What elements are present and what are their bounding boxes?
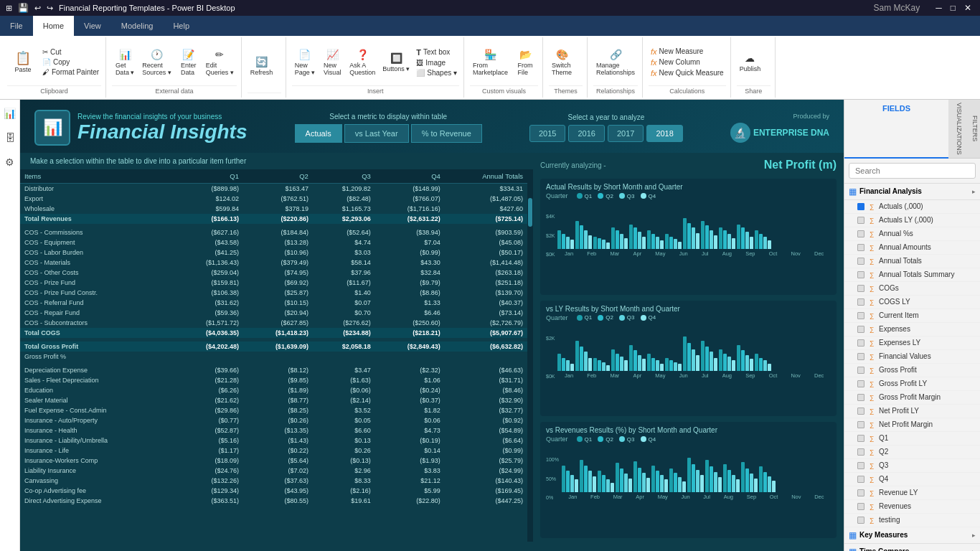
metric-vs-last-year-button[interactable]: vs Last Year <box>344 124 409 143</box>
table-row[interactable]: COS - Subcontractors ($1,571.72) ($627.8… <box>20 318 527 328</box>
copy-button[interactable]: 📄 Copy <box>40 57 101 67</box>
table-row[interactable]: Insurance - Health ($52.87) ($13.35) $6.… <box>20 425 527 435</box>
field-item-0-5[interactable]: ∑ Annual Totals Summary <box>844 268 980 282</box>
table-row[interactable]: Sealer Material ($21.62) ($8.77) ($2.14)… <box>20 395 527 405</box>
redo-icon[interactable]: ↪ <box>47 4 53 13</box>
paste-button[interactable]: 📋 Paste <box>7 50 39 75</box>
edit-queries-button[interactable]: ✏ EditQueries ▾ <box>203 47 237 77</box>
manage-relationships-button[interactable]: 🔗 ManageRelationships <box>593 47 638 77</box>
field-item-0-1[interactable]: ∑ Actuals LY (,000) <box>844 214 980 227</box>
shapes-button[interactable]: ⬜ Shapes ▾ <box>414 68 459 77</box>
table-row[interactable]: Direct Advertising Expense ($363.51) ($8… <box>20 496 527 506</box>
table-row[interactable]: COS - Labor Burden ($41.25) ($10.96) $3.… <box>20 248 527 258</box>
year-2016-button[interactable]: 2016 <box>568 125 604 142</box>
tab-fields[interactable]: FIELDS <box>844 100 948 159</box>
field-item-0-16[interactable]: ∑ Net Profit Margin <box>844 418 980 432</box>
table-row[interactable]: Insurance-Workers Comp ($18.09) ($5.64) … <box>20 456 527 466</box>
field-item-0-6[interactable]: ∑ COGs <box>844 282 980 296</box>
buttons-button[interactable]: 🔲 Buttons ▾ <box>380 51 413 74</box>
maximize-button[interactable]: □ <box>948 3 958 13</box>
table-row[interactable]: COS - Other Costs ($259.04) ($74.95) $37… <box>20 268 527 278</box>
table-row[interactable]: Wholesale $599.84 $378.19 $1,165.73 ($1,… <box>20 204 527 214</box>
switch-theme-button[interactable]: 🎨 SwitchTheme <box>549 47 575 77</box>
field-item-0-0[interactable]: ∑ Actuals (,000) <box>844 200 980 214</box>
get-data-button[interactable]: 📊 GetData ▾ <box>112 47 138 77</box>
table-row[interactable]: Export $124.02 ($762.51) ($82.48) ($766.… <box>20 194 527 204</box>
minimize-button[interactable]: ─ <box>933 3 945 13</box>
field-item-0-9[interactable]: ∑ Expenses <box>844 323 980 336</box>
nav-data-icon[interactable]: 🗄 <box>2 130 18 146</box>
new-measure-button[interactable]: fx New Measure <box>649 47 726 57</box>
metric-actuals-button[interactable]: Actuals <box>295 124 342 143</box>
table-row[interactable]: COS - Repair Fund ($59.36) ($20.94) $0.7… <box>20 308 527 318</box>
field-group-header-0[interactable]: ▦ Financial Analysis ▸ <box>844 184 980 200</box>
field-group-header-2[interactable]: ▦ Time Compare ▸ <box>844 544 980 551</box>
tab-home[interactable]: Home <box>33 16 74 36</box>
field-item-0-15[interactable]: ∑ Net Profit LY <box>844 405 980 418</box>
field-item-0-14[interactable]: ∑ Gross Profit Margin <box>844 391 980 405</box>
undo-icon[interactable]: ↩ <box>34 4 41 13</box>
field-item-0-18[interactable]: ∑ Q2 <box>844 446 980 459</box>
from-marketplace-button[interactable]: 🏪 FromMarketplace <box>470 47 511 77</box>
new-column-button[interactable]: fx New Column <box>649 57 726 67</box>
field-item-0-17[interactable]: ∑ Q1 <box>844 432 980 446</box>
table-row[interactable]: Total Gross Profit ($4,202.48) ($1,639.0… <box>20 342 527 352</box>
new-quick-measure-button[interactable]: fx New Quick Measure <box>649 68 726 78</box>
table-row[interactable]: Canvassing ($132.26) ($37.63) $8.33 $21.… <box>20 476 527 486</box>
field-item-0-22[interactable]: ∑ Revenues <box>844 500 980 514</box>
field-item-0-11[interactable]: ∑ Financial Values <box>844 350 980 364</box>
field-item-0-8[interactable]: ∑ Current Item <box>844 309 980 323</box>
tab-modeling[interactable]: Modeling <box>111 16 164 36</box>
table-row[interactable]: Total COGS ($4,036.35) ($1,418.23) ($234… <box>20 328 527 338</box>
search-input[interactable] <box>849 163 976 179</box>
table-row[interactable]: Depreciation Expense ($39.66) ($8.12) $3… <box>20 365 527 375</box>
field-item-0-4[interactable]: ∑ Annual Totals <box>844 255 980 268</box>
field-item-0-13[interactable]: ∑ Gross Profit LY <box>844 377 980 391</box>
scroll-indicator[interactable] <box>527 169 533 542</box>
field-item-0-7[interactable]: ∑ COGS LY <box>844 296 980 309</box>
enter-data-button[interactable]: 📝 EnterData <box>176 47 202 77</box>
refresh-button[interactable]: 🔄 Refresh <box>248 55 276 77</box>
cut-button[interactable]: ✂ Cut <box>40 47 101 57</box>
from-file-button[interactable]: 📂 FromFile <box>512 47 538 77</box>
save-icon[interactable]: 💾 <box>18 3 29 13</box>
table-row[interactable]: Distributor ($889.98) $163.47 $1,209.82 … <box>20 184 527 194</box>
table-row[interactable]: COS - Commissions ($627.16) ($184.84) ($… <box>20 227 527 237</box>
table-row[interactable]: COS - Prize Fund ($159.81) ($69.92) ($11… <box>20 278 527 288</box>
table-row[interactable]: COS - Prize Fund Constr. ($106.38) ($25.… <box>20 288 527 298</box>
table-row[interactable]: Total Revenues ($166.13) ($220.86) $2,29… <box>20 214 527 224</box>
year-2015-button[interactable]: 2015 <box>529 125 565 142</box>
nav-report-icon[interactable]: 📊 <box>2 105 18 121</box>
field-item-0-19[interactable]: ∑ Q3 <box>844 459 980 473</box>
field-item-0-20[interactable]: ∑ Q4 <box>844 473 980 486</box>
table-scroll[interactable]: Items Q1 Q2 Q3 Q4 Annual Totals <box>20 169 527 542</box>
tab-visualizations[interactable]: VISUALIZATIONS <box>948 100 964 159</box>
table-row[interactable]: Co-op Advertising fee ($129.34) ($43.95)… <box>20 486 527 496</box>
ask-question-button[interactable]: ❓ Ask AQuestion <box>347 47 378 77</box>
table-row[interactable]: Education ($6.26) ($1.89) ($0.06) ($0.24… <box>20 385 527 395</box>
nav-model-icon[interactable]: ⚙ <box>2 154 18 170</box>
table-row[interactable]: Fuel Expense - Const.Admin ($29.86) ($8.… <box>20 405 527 415</box>
tab-filters[interactable]: FILTERS <box>964 100 980 159</box>
field-item-0-10[interactable]: ∑ Expenses LY <box>844 336 980 350</box>
recent-sources-button[interactable]: 🕐 RecentSources ▾ <box>139 47 174 77</box>
metric-pct-revenue-button[interactable]: % to Revenue <box>411 124 482 143</box>
tab-help[interactable]: Help <box>163 16 199 36</box>
image-button[interactable]: 🖼 Image <box>414 58 459 67</box>
table-row[interactable]: Insurance - Life ($1.17) ($0.22) $0.26 $… <box>20 446 527 456</box>
publish-button[interactable]: ☁ Publish <box>737 51 764 74</box>
text-box-button[interactable]: T Text box <box>414 47 459 57</box>
table-row[interactable]: COS - Equipment ($43.58) ($13.28) $4.74 … <box>20 237 527 248</box>
table-row[interactable]: Gross Profit % <box>20 352 527 362</box>
new-page-button[interactable]: 📄 NewPage ▾ <box>292 47 319 77</box>
table-row[interactable]: Insurance - Auto/Property ($0.77) ($0.26… <box>20 415 527 425</box>
field-item-0-21[interactable]: ∑ Revenue LY <box>844 486 980 500</box>
table-row[interactable]: COS - Referral Fund ($31.62) ($10.15) $0… <box>20 298 527 308</box>
field-group-header-1[interactable]: ▦ Key Measures ▸ <box>844 527 980 544</box>
table-row[interactable]: Liability Insurance ($24.76) ($7.02) $2.… <box>20 466 527 476</box>
tab-view[interactable]: View <box>74 16 111 36</box>
field-item-0-12[interactable]: ∑ Gross Profit <box>844 364 980 377</box>
tab-file[interactable]: File <box>0 16 33 36</box>
new-visual-button[interactable]: 📈 NewVisual <box>319 47 345 77</box>
field-item-0-2[interactable]: ∑ Annual %s <box>844 227 980 241</box>
